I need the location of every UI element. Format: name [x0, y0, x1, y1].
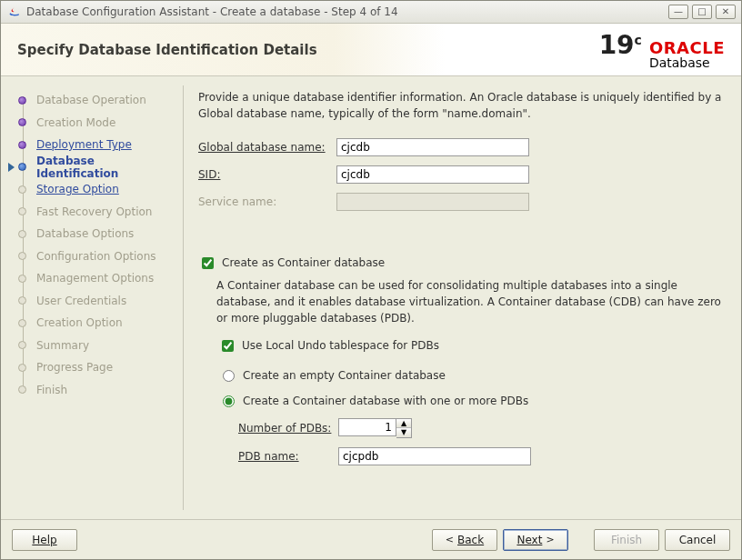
page-title: Specify Database Identification Details — [17, 42, 599, 58]
step-label: Management Options — [36, 272, 154, 285]
intro-text: Provide a unique database identifier inf… — [198, 89, 727, 122]
cancel-button[interactable]: Cancel — [665, 529, 730, 551]
step-label: Database Identification — [36, 155, 175, 180]
brand-version: 19c — [599, 30, 642, 60]
step-user-credentials: User Credentials — [14, 290, 175, 313]
page-header: Specify Database Identification Details … — [1, 24, 741, 76]
use-local-undo-label: Use Local Undo tablespace for PDBs — [242, 339, 439, 352]
back-button[interactable]: < Back — [432, 529, 497, 551]
step-deployment-type[interactable]: Deployment Type — [14, 134, 175, 156]
window-frame: Database Configuration Assistant - Creat… — [0, 0, 742, 560]
content-area: Provide a unique database identifier inf… — [184, 76, 741, 519]
step-list: Database OperationCreation ModeDeploymen… — [14, 89, 175, 401]
step-database-options: Database Options — [14, 223, 175, 245]
step-label: Storage Option — [36, 183, 119, 195]
sid-label: SID: — [198, 168, 336, 181]
step-label: Database Operation — [36, 94, 146, 106]
step-storage-option[interactable]: Storage Option — [14, 178, 175, 201]
num-pdbs-label: Number of PDBs: — [238, 422, 338, 435]
step-finish: Finish — [14, 379, 175, 402]
step-configuration-options: Configuration Options — [14, 245, 175, 268]
use-local-undo-checkbox[interactable] — [222, 340, 234, 352]
step-fast-recovery-option: Fast Recovery Option — [14, 201, 175, 224]
step-label: Configuration Options — [36, 250, 156, 263]
num-pdbs-up-button[interactable]: ▲ — [396, 419, 411, 428]
step-creation-option: Creation Option — [14, 312, 175, 335]
service-name-label: Service name: — [198, 195, 336, 208]
create-with-pdbs-radio[interactable] — [223, 395, 235, 407]
container-desc: A Container database can be used for con… — [216, 277, 727, 326]
step-database-identification: Database Identification — [14, 156, 175, 179]
num-pdbs-down-button[interactable]: ▼ — [396, 428, 411, 437]
step-label: Fast Recovery Option — [36, 205, 152, 218]
global-db-label: Global database name: — [198, 141, 336, 154]
step-progress-page: Progress Page — [14, 356, 175, 379]
maximize-button[interactable]: □ — [692, 5, 712, 19]
step-management-options: Management Options — [14, 267, 175, 290]
step-label: Creation Option — [36, 316, 123, 329]
step-label: User Credentials — [36, 295, 126, 307]
pdb-name-label: PDB name: — [238, 450, 338, 463]
step-label: Creation Mode — [36, 116, 115, 129]
brand-oracle: ORACLE — [649, 40, 725, 56]
create-container-label: Create as Container database — [222, 256, 385, 269]
next-button[interactable]: Next > — [503, 529, 568, 551]
global-db-input[interactable] — [336, 138, 529, 156]
step-label: Deployment Type — [36, 138, 132, 151]
minimize-button[interactable]: — — [668, 5, 688, 19]
wizard-sidebar: Database OperationCreation ModeDeploymen… — [1, 76, 183, 519]
step-label: Progress Page — [36, 361, 113, 374]
create-with-pdbs-label: Create a Container database with one or … — [243, 395, 528, 407]
help-button[interactable]: Help — [12, 529, 77, 551]
close-button[interactable]: ✕ — [716, 5, 736, 19]
create-empty-label: Create an empty Container database — [243, 369, 446, 382]
body: Database OperationCreation ModeDeploymen… — [1, 76, 741, 519]
create-empty-radio[interactable] — [223, 370, 235, 382]
brand: 19c ORACLE Database — [599, 30, 725, 69]
finish-button: Finish — [594, 529, 659, 551]
step-creation-mode: Creation Mode — [14, 112, 175, 135]
num-pdbs-input[interactable] — [338, 418, 396, 436]
java-icon — [6, 5, 21, 19]
titlebar: Database Configuration Assistant - Creat… — [1, 1, 741, 24]
window-title: Database Configuration Assistant - Creat… — [26, 5, 398, 18]
step-summary: Summary — [14, 335, 175, 357]
service-name-input — [336, 193, 529, 211]
footer: Help < Back Next > Finish Cancel — [1, 519, 741, 559]
step-database-operation: Database Operation — [14, 89, 175, 112]
pdb-name-input[interactable] — [338, 447, 531, 465]
create-container-checkbox[interactable] — [202, 257, 214, 269]
step-label: Summary — [36, 339, 89, 352]
step-label: Finish — [36, 384, 67, 396]
brand-database: Database — [649, 56, 710, 69]
sid-input[interactable] — [336, 165, 529, 184]
step-label: Database Options — [36, 227, 134, 240]
